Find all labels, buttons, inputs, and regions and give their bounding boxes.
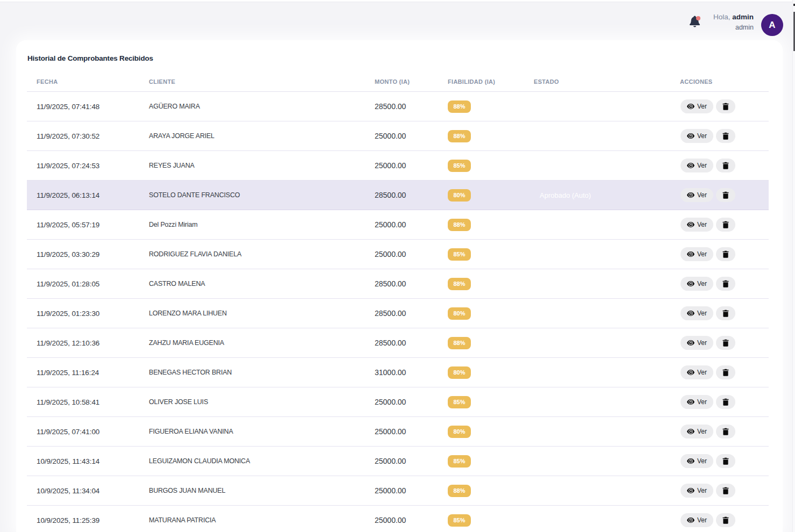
- cell-fecha: 10/9/2025, 11:34:04: [27, 487, 139, 495]
- cell-actions: Ver: [670, 188, 769, 202]
- content-card: Historial de Comprobantes Recibidos FECH…: [16, 40, 783, 532]
- cell-fecha: 11/9/2025, 12:10:36: [27, 339, 139, 347]
- cell-monto: 28500.00: [365, 339, 438, 347]
- cell-actions: Ver: [670, 159, 769, 172]
- fiabilidad-badge: 85%: [448, 248, 471, 261]
- trash-icon: [722, 339, 729, 347]
- delete-button[interactable]: [716, 484, 735, 498]
- table-row: 11/9/2025, 06:13:14 SOTELO DANTE FRANCIS…: [27, 181, 769, 210]
- view-button[interactable]: Ver: [681, 484, 713, 498]
- cell-actions: Ver: [670, 454, 769, 468]
- cell-actions: Ver: [670, 336, 769, 350]
- delete-button[interactable]: [716, 365, 735, 379]
- table-row: 11/9/2025, 07:24:53 REYES JUANA 25000.00…: [27, 151, 769, 181]
- view-button[interactable]: Ver: [681, 365, 713, 379]
- delete-button[interactable]: [716, 277, 735, 291]
- view-button[interactable]: Ver: [681, 218, 713, 232]
- delete-button[interactable]: [716, 159, 735, 172]
- delete-button[interactable]: [716, 129, 735, 143]
- vertical-scrollbar[interactable]: [792, 0, 795, 532]
- fiabilidad-badge: 80%: [448, 366, 471, 379]
- table-row: 11/9/2025, 05:57:19 Del Pozzi Miriam 250…: [27, 210, 769, 240]
- view-button[interactable]: Ver: [681, 395, 713, 409]
- eye-icon: [687, 340, 694, 346]
- cell-actions: Ver: [670, 129, 769, 143]
- fiabilidad-badge: 80%: [448, 307, 471, 320]
- trash-icon: [722, 428, 729, 435]
- view-button[interactable]: Ver: [681, 277, 713, 291]
- greeting-block: Hola, admin admin: [713, 12, 754, 33]
- cell-fecha: 11/9/2025, 06:13:14: [27, 191, 139, 199]
- delete-button[interactable]: [716, 188, 735, 202]
- delete-button[interactable]: [716, 99, 735, 113]
- eye-icon: [687, 162, 694, 169]
- delete-button[interactable]: [716, 306, 735, 320]
- table-row: 11/9/2025, 01:23:30 LORENZO MARA LIHUEN …: [27, 299, 769, 328]
- cell-fecha: 11/9/2025, 03:30:29: [27, 250, 139, 258]
- cell-cliente: BURGOS JUAN MANUEL: [139, 487, 365, 494]
- eye-icon: [687, 221, 694, 228]
- notifications-button[interactable]: [689, 16, 702, 31]
- column-header-monto: MONTO (IA): [365, 78, 438, 85]
- view-button[interactable]: Ver: [681, 454, 713, 468]
- receipts-table: FECHA CLIENTE MONTO (IA) FIABILIDAD (IA)…: [27, 71, 769, 532]
- cell-monto: 25000.00: [365, 161, 438, 170]
- delete-button[interactable]: [716, 247, 735, 261]
- view-button[interactable]: Ver: [681, 513, 713, 527]
- delete-button[interactable]: [716, 336, 735, 350]
- trash-icon: [722, 516, 729, 524]
- view-button[interactable]: Ver: [681, 99, 713, 113]
- trash-icon: [722, 250, 729, 258]
- cell-cliente: AGÜERO MAIRA: [139, 103, 365, 110]
- fiabilidad-badge: 85%: [448, 396, 471, 408]
- view-button[interactable]: Ver: [681, 336, 713, 350]
- delete-button[interactable]: [716, 395, 735, 409]
- trash-icon: [722, 398, 729, 406]
- cell-fecha: 11/9/2025, 01:28:05: [27, 280, 139, 288]
- cell-cliente: LORENZO MARA LIHUEN: [139, 310, 365, 317]
- cell-fecha: 11/9/2025, 01:23:30: [27, 310, 139, 318]
- table-header-row: FECHA CLIENTE MONTO (IA) FIABILIDAD (IA)…: [27, 71, 769, 92]
- user-role: admin: [713, 23, 754, 33]
- fiabilidad-badge: 88%: [448, 337, 471, 349]
- notification-dot: [696, 16, 700, 20]
- trash-icon: [722, 310, 729, 317]
- cell-monto: 25000.00: [365, 398, 438, 406]
- delete-button[interactable]: [716, 513, 735, 527]
- view-button-label: Ver: [697, 516, 707, 524]
- delete-button[interactable]: [716, 425, 735, 438]
- view-button[interactable]: Ver: [681, 129, 713, 143]
- cell-actions: Ver: [670, 277, 769, 291]
- cell-cliente: ZAHZU MARIA EUGENIA: [139, 339, 365, 347]
- trash-icon: [722, 280, 729, 287]
- cell-monto: 28500.00: [365, 279, 438, 288]
- cell-fecha: 11/9/2025, 11:16:24: [27, 369, 139, 377]
- table-row: 10/9/2025, 11:34:04 BURGOS JUAN MANUEL 2…: [27, 476, 769, 506]
- view-button[interactable]: Ver: [681, 188, 713, 202]
- cell-monto: 25000.00: [365, 457, 438, 465]
- view-button-label: Ver: [697, 487, 707, 494]
- cell-monto: 25000.00: [365, 250, 438, 258]
- cell-cliente: LEGUIZAMON CLAUDIA MONICA: [139, 457, 365, 465]
- table-row: 11/9/2025, 10:58:41 OLIVER JOSE LUIS 250…: [27, 387, 769, 417]
- delete-button[interactable]: [716, 218, 735, 232]
- trash-icon: [722, 191, 729, 199]
- view-button[interactable]: Ver: [681, 306, 713, 320]
- eye-icon: [687, 192, 694, 198]
- view-button[interactable]: Ver: [681, 425, 713, 438]
- view-button[interactable]: Ver: [681, 247, 713, 261]
- cell-fecha: 10/9/2025, 11:43:14: [27, 457, 139, 465]
- fiabilidad-badge: 88%: [448, 130, 471, 142]
- view-button-label: Ver: [697, 280, 707, 287]
- eye-icon: [687, 369, 694, 376]
- delete-button[interactable]: [716, 454, 735, 468]
- cell-fecha: 11/9/2025, 07:41:48: [27, 103, 139, 111]
- cell-monto: 28500.00: [365, 102, 438, 111]
- cell-monto: 25000.00: [365, 220, 438, 229]
- view-button[interactable]: Ver: [681, 159, 713, 172]
- avatar[interactable]: A: [761, 14, 783, 36]
- cell-actions: Ver: [670, 484, 769, 498]
- fiabilidad-badge: 88%: [448, 219, 471, 231]
- cell-monto: 31000.00: [365, 368, 438, 377]
- eye-icon: [687, 133, 694, 139]
